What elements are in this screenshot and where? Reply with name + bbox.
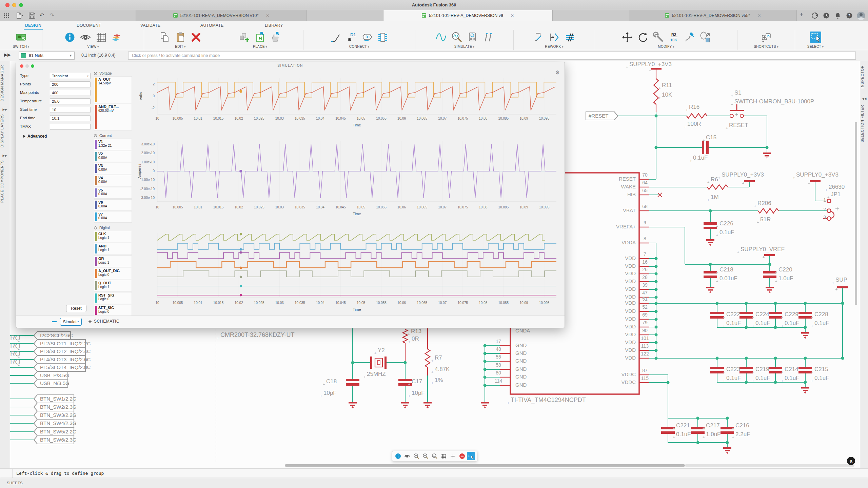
group-label-connect[interactable]: CONNECT: [349, 45, 369, 48]
schematic-label[interactable]: 100R: [687, 121, 701, 127]
select-box-icon[interactable]: [810, 32, 821, 43]
job-status-icon[interactable]: [811, 12, 818, 19]
expand-chevrons-icon[interactable]: ▶▶: [4, 52, 11, 57]
schematic-label[interactable]: SWITCH-OMRON_B3U-1000P: [734, 98, 814, 105]
ribbon-tab-validate[interactable]: VALIDATE: [139, 22, 162, 29]
schematic-label[interactable]: R16: [689, 104, 699, 110]
expand-icon[interactable]: ▶▶: [0, 108, 10, 111]
sine-wave-icon[interactable]: [435, 32, 447, 43]
delete-icon[interactable]: [190, 32, 202, 43]
visibility-eye-icon[interactable]: [403, 452, 411, 460]
schematic-label[interactable]: C229: [785, 311, 798, 318]
schematic-label[interactable]: C223: [726, 366, 740, 373]
legend-item-v5[interactable]: V50.00A: [94, 187, 132, 199]
group-label-modify[interactable]: MODIFY: [658, 45, 674, 48]
schematic-label[interactable]: 26630: [829, 184, 845, 190]
param-input-end-time[interactable]: 10.1: [50, 115, 91, 121]
info-icon[interactable]: [64, 32, 76, 43]
place-part-icon[interactable]: [270, 32, 281, 43]
help-icon[interactable]: ?: [846, 12, 853, 19]
inspector-tab[interactable]: INSPECTOR: [860, 62, 868, 91]
info-icon[interactable]: [394, 452, 402, 460]
group-label-place[interactable]: PLACE: [253, 45, 267, 48]
schematic-label[interactable]: 10pF: [323, 390, 337, 396]
net-name-icon[interactable]: D1: [346, 32, 357, 43]
schematic-label[interactable]: 51R: [760, 216, 771, 223]
legend-item-and[interactable]: ANDLogic 1: [94, 243, 132, 255]
move-icon[interactable]: [622, 32, 633, 43]
schematic-label[interactable]: C224: [755, 311, 769, 318]
ic-pins-icon[interactable]: [377, 32, 389, 43]
multimeter-icon[interactable]: [467, 32, 478, 43]
param-input-tmax[interactable]: [50, 124, 91, 130]
wrench-icon[interactable]: [653, 32, 664, 43]
select-box-icon[interactable]: [467, 452, 475, 460]
schematic-label[interactable]: SUPPLY0_+3V3: [722, 171, 764, 178]
legend-item-and_filt...[interactable]: AND_FILT...620.03mV: [94, 104, 132, 130]
legend-item-a_out[interactable]: A_OUT14.50pV: [94, 76, 132, 103]
replace-outline-icon[interactable]: [699, 32, 711, 43]
document-tab[interactable]: 52101-101-REV-A_DEMOVERSION v10*✕: [136, 10, 307, 21]
param-input-type[interactable]: Transient: [50, 73, 91, 79]
schematic-label[interactable]: C214: [785, 366, 798, 373]
net-class-icon[interactable]: D1: [361, 32, 373, 43]
simulate-button[interactable]: Simulate: [60, 318, 82, 326]
legend-item-v7[interactable]: V70.00A: [94, 211, 132, 223]
paste-icon[interactable]: [175, 32, 186, 43]
switch-board-icon[interactable]: [15, 32, 27, 43]
ribbon-tab-document[interactable]: DOCUMENT: [75, 22, 103, 29]
schematic-label[interactable]: SUPPLY0_+3V3: [796, 171, 839, 178]
param-input-points[interactable]: 200: [50, 81, 91, 87]
place-component-icon[interactable]: [239, 32, 250, 43]
schematic-label[interactable]: R13: [411, 328, 421, 335]
schematic-label[interactable]: RESET: [729, 122, 748, 129]
schematic-label[interactable]: JP1: [831, 191, 841, 198]
display-layers-tab[interactable]: DISPLAY LAYERS: [0, 113, 10, 149]
simulation-panel[interactable]: SIMULATION Advanced Reset VoltageA_OUT14…: [16, 62, 565, 328]
ribbon-tab-automate[interactable]: AUTOMATE: [199, 22, 225, 29]
file-menu-icon[interactable]: [15, 12, 23, 19]
section-toggle-icon[interactable]: [94, 226, 97, 229]
chart-plot-current[interactable]: 1010.00510.0110.01510.0210.02510.0310.03…: [132, 139, 560, 223]
group-label-shortcuts[interactable]: SHORTCUTS: [754, 45, 778, 48]
schematic-label[interactable]: 1.0uF: [778, 275, 793, 282]
group-label-view[interactable]: VIEW: [87, 45, 99, 48]
vertical-scrollbar[interactable]: [855, 122, 857, 305]
schematic-label[interactable]: 0.1uF: [785, 320, 799, 327]
schematic-label[interactable]: C215: [814, 366, 828, 373]
legend-item-q_out[interactable]: Q_OUTLogic 1: [94, 280, 132, 291]
new-tab-button[interactable]: +: [800, 11, 808, 19]
legend-item-clk[interactable]: CLKLogic 1: [94, 231, 132, 242]
design-manager-tab[interactable]: DESIGN MANAGER: [0, 64, 10, 103]
group-label-select[interactable]: SELECT: [807, 45, 824, 48]
document-tab[interactable]: 52101-101-REV-A_DEMOVERSION v9✕: [383, 10, 553, 21]
undo-icon[interactable]: ↶: [39, 12, 47, 19]
swap-device-icon[interactable]: [684, 32, 695, 43]
chart-settings-gear-icon[interactable]: ⚙: [555, 69, 560, 76]
schematic-label[interactable]: R7: [435, 354, 442, 361]
schematic-label[interactable]: 0R: [412, 336, 419, 342]
legend-item-v4[interactable]: V40.00A: [94, 175, 132, 186]
schematic-label[interactable]: TI-TIVA_TM4C1294NCPDT: [511, 396, 586, 404]
schematic-label[interactable]: 0.1uF: [726, 320, 741, 327]
rework-wire-icon[interactable]: [533, 32, 545, 43]
ribbon-tab-library[interactable]: LIBRARY: [263, 22, 284, 29]
zoom-out-icon[interactable]: [421, 452, 430, 460]
app-grid-icon[interactable]: [3, 12, 11, 19]
schematic-label[interactable]: 0.1uF: [755, 320, 770, 327]
schematic-label[interactable]: 1M: [711, 194, 719, 201]
schematic-label[interactable]: 1.0uF: [706, 431, 721, 438]
redo-icon[interactable]: ↷: [50, 12, 58, 19]
reset-button[interactable]: Reset: [66, 305, 86, 312]
close-tab-icon[interactable]: ✕: [757, 13, 761, 18]
save-icon[interactable]: [28, 12, 36, 19]
schematic-label[interactable]: Y2: [378, 347, 385, 354]
schematic-label[interactable]: C17: [412, 378, 422, 385]
command-line-input[interactable]: [128, 52, 856, 60]
close-tab-icon[interactable]: ✕: [511, 13, 514, 18]
zoom-in-icon[interactable]: [412, 452, 420, 460]
grid-icon[interactable]: [95, 32, 107, 43]
chart-plot-digital[interactable]: 1010.00510.0110.01510.0210.02510.0310.03…: [132, 231, 560, 316]
schematic-label[interactable]: CMR200T-32.768KDZY-UT: [220, 331, 294, 339]
schematic-label[interactable]: R6: [711, 176, 718, 183]
